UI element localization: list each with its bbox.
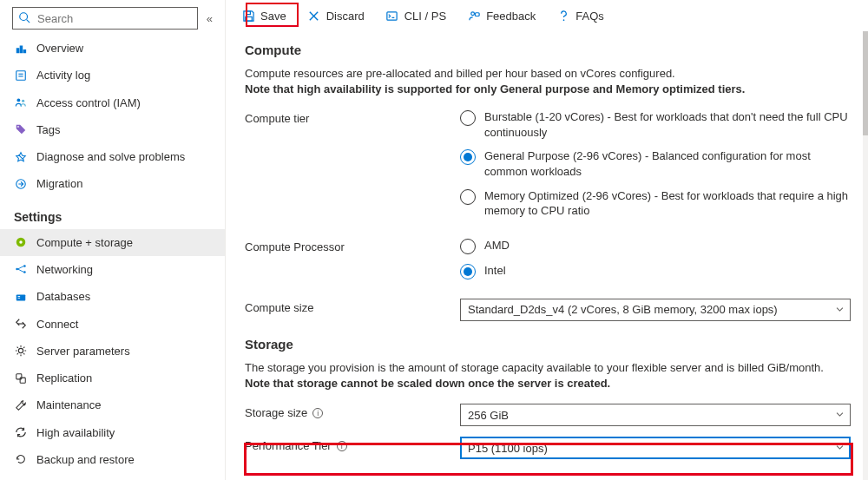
svg-line-1 bbox=[27, 19, 30, 23]
svg-point-19 bbox=[18, 349, 23, 353]
storage-size-select[interactable]: 256 GiB bbox=[460, 404, 851, 426]
cli-icon bbox=[385, 9, 399, 23]
search-input[interactable] bbox=[36, 11, 192, 26]
collapse-sidebar-button[interactable]: « bbox=[203, 10, 216, 27]
svg-point-11 bbox=[19, 240, 23, 244]
svg-rect-15 bbox=[16, 294, 26, 300]
desc-bold-text: Note that high availability is supported… bbox=[245, 82, 745, 95]
processor-intel-radio[interactable] bbox=[460, 264, 476, 279]
nav-migration[interactable]: Migration bbox=[0, 170, 225, 197]
radio-label: AMD bbox=[484, 238, 510, 253]
activity-log-icon bbox=[14, 69, 28, 82]
label-text: Performance Tier bbox=[245, 439, 332, 452]
nav-access-control[interactable]: Access control (IAM) bbox=[0, 89, 225, 116]
nav-tags[interactable]: Tags bbox=[0, 116, 225, 143]
nav-replication[interactable]: Replication bbox=[0, 365, 225, 391]
nav-label: Maintenance bbox=[36, 398, 101, 411]
compute-size-select[interactable]: Standard_D2ds_v4 (2 vCores, 8 GiB memory… bbox=[460, 299, 851, 321]
select-value: P15 (1100 iops) bbox=[468, 442, 548, 455]
high-availability-icon bbox=[14, 425, 28, 439]
chevron-down-icon bbox=[835, 442, 845, 455]
compute-tier-burstable-radio[interactable] bbox=[460, 110, 476, 126]
radio-label: Burstable (1-20 vCores) - Best for workl… bbox=[484, 109, 851, 140]
info-icon[interactable]: i bbox=[312, 408, 323, 418]
nav-networking[interactable]: Networking bbox=[0, 256, 225, 283]
access-control-icon bbox=[14, 95, 28, 109]
info-icon[interactable]: i bbox=[337, 441, 347, 451]
settings-section-title: Settings bbox=[0, 198, 225, 229]
radio-label: General Purpose (2-96 vCores) - Balanced… bbox=[484, 148, 851, 179]
nav-label: Overview bbox=[36, 42, 83, 55]
svg-point-7 bbox=[17, 126, 19, 128]
databases-icon bbox=[14, 290, 28, 304]
scrollbar-track[interactable] bbox=[863, 31, 868, 480]
feedback-button[interactable]: Feedback bbox=[460, 5, 542, 26]
svg-rect-2 bbox=[16, 71, 26, 81]
compute-tier-radio-group: Burstable (1-20 vCores) - Best for workl… bbox=[460, 109, 851, 227]
svg-rect-28 bbox=[475, 12, 479, 16]
radio-label: Intel bbox=[484, 263, 506, 279]
nav-label: Networking bbox=[36, 263, 93, 276]
networking-icon bbox=[14, 262, 28, 276]
nav-label: Compute + storage bbox=[36, 236, 133, 249]
migration-icon bbox=[14, 177, 28, 191]
connect-icon bbox=[14, 317, 28, 331]
save-button[interactable]: Save bbox=[234, 5, 293, 26]
nav-label: Server parameters bbox=[36, 345, 130, 358]
maintenance-icon bbox=[14, 398, 28, 412]
nav-compute-storage[interactable]: Compute + storage bbox=[0, 229, 225, 256]
nav-label: Connect bbox=[36, 318, 78, 331]
nav-label: Migration bbox=[36, 177, 82, 190]
performance-tier-select[interactable]: P15 (1100 iops) bbox=[460, 437, 851, 459]
storage-description: The storage you provision is the amount … bbox=[245, 360, 851, 391]
desc-text: The storage you provision is the amount … bbox=[245, 361, 824, 374]
svg-point-5 bbox=[16, 99, 20, 102]
nav-label: Access control (IAM) bbox=[36, 96, 141, 109]
sidebar: « Overview Activity log Access control (… bbox=[0, 0, 226, 480]
svg-point-29 bbox=[562, 19, 564, 21]
processor-amd-radio[interactable] bbox=[460, 239, 476, 254]
help-icon bbox=[556, 9, 570, 23]
performance-tier-label: Performance Tieri bbox=[245, 437, 460, 452]
nav-diagnose[interactable]: Diagnose and solve problems bbox=[0, 143, 225, 170]
nav-label: High availability bbox=[36, 426, 115, 439]
nav-activity-log[interactable]: Activity log bbox=[0, 62, 225, 89]
svg-rect-16 bbox=[18, 296, 21, 297]
compute-size-label: Compute size bbox=[245, 299, 460, 314]
cli-button[interactable]: CLI / PS bbox=[378, 5, 453, 26]
svg-rect-22 bbox=[246, 10, 250, 14]
faqs-button[interactable]: FAQs bbox=[549, 5, 611, 26]
compute-storage-icon bbox=[14, 235, 28, 249]
tags-icon bbox=[14, 122, 28, 136]
save-icon bbox=[241, 9, 255, 23]
nav-label: Backup and restore bbox=[36, 453, 135, 466]
nav-maintenance[interactable]: Maintenance bbox=[0, 391, 225, 418]
diagnose-icon bbox=[14, 150, 28, 164]
toolbar-label: Discard bbox=[326, 10, 365, 23]
nav-connect[interactable]: Connect bbox=[0, 310, 225, 337]
radio-label: Memory Optimized (2-96 vCores) - Best fo… bbox=[484, 188, 851, 219]
compute-processor-label: Compute Processor bbox=[245, 238, 460, 253]
discard-button[interactable]: Discard bbox=[300, 5, 372, 26]
toolbar-label: FAQs bbox=[575, 10, 604, 23]
toolbar-label: Feedback bbox=[486, 10, 536, 23]
nav-backup-restore[interactable]: Backup and restore bbox=[0, 446, 225, 473]
nav-high-availability[interactable]: High availability bbox=[0, 418, 225, 445]
discard-icon bbox=[307, 9, 321, 23]
server-parameters-icon bbox=[14, 344, 28, 358]
compute-tier-label: Compute tier bbox=[245, 109, 460, 125]
search-box[interactable] bbox=[12, 7, 198, 30]
nav-label: Tags bbox=[36, 123, 60, 136]
main-panel: Save Discard CLI / PS Feedback FAQs Comp… bbox=[226, 0, 868, 480]
nav-server-parameters[interactable]: Server parameters bbox=[0, 338, 225, 365]
nav-label: Replication bbox=[36, 372, 92, 385]
nav-overview[interactable]: Overview bbox=[0, 35, 225, 62]
select-value: 256 GiB bbox=[468, 409, 509, 422]
svg-rect-17 bbox=[18, 298, 21, 299]
compute-tier-memory-radio[interactable] bbox=[460, 189, 476, 205]
compute-description: Compute resources are pre-allocated and … bbox=[245, 66, 851, 97]
nav-databases[interactable]: Databases bbox=[0, 283, 225, 310]
scrollbar-thumb[interactable] bbox=[863, 31, 868, 135]
svg-point-0 bbox=[20, 12, 28, 20]
compute-tier-general-radio[interactable] bbox=[460, 149, 476, 165]
